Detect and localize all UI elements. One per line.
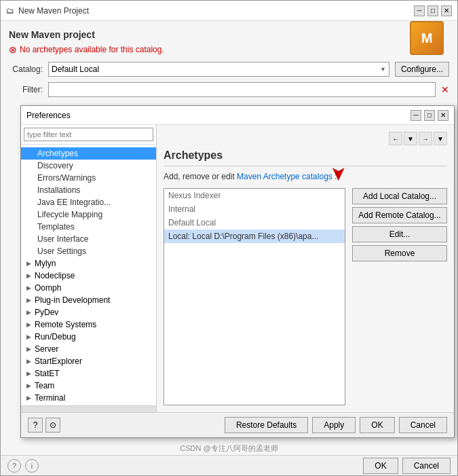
prefs-dialog: Preferences ─ □ ✕ Archetypes Discovery E…	[20, 105, 455, 438]
maven-ok-button[interactable]: OK	[363, 458, 398, 474]
prefs-minimize-button[interactable]: ─	[411, 110, 421, 121]
add-remote-catalog-button[interactable]: Add Remote Catalog...	[352, 207, 447, 223]
sidebar-item-user-interface[interactable]: User Interface	[21, 233, 156, 245]
sidebar-section-mylyn[interactable]: ▶ Mylyn	[21, 257, 156, 270]
sidebar-section-pydev-label: PyDev	[35, 308, 58, 317]
forward-dropdown-button[interactable]: ▼	[404, 132, 417, 145]
sidebar-item-java-ee[interactable]: Java EE Integratio...	[21, 196, 156, 208]
sidebar-item-archetypes[interactable]: Archetypes	[21, 147, 156, 160]
sidebar-section-remote-label: Remote Systems	[35, 320, 96, 329]
sidebar-section-terminal[interactable]: ▶ Terminal	[21, 392, 156, 404]
maven-body: New Maven project M ⊗ No archetypes avai…	[1, 21, 457, 111]
configure-button[interactable]: Configure...	[395, 62, 449, 77]
sidebar-section-statet-label: StatET	[35, 369, 60, 378]
remove-catalog-button[interactable]: Remove	[352, 245, 447, 261]
expand-icon: ▶	[26, 370, 33, 377]
prefs-bottom-right: Restore Defaults Apply OK Cancel	[225, 417, 447, 433]
sidebar-section-run-label: Run/Debug	[35, 332, 76, 342]
prefs-toolbar: ← ▼ → ▼	[164, 132, 447, 145]
maven-window-icon: 🗂	[6, 6, 14, 16]
prefs-titlebar: Preferences ─ □ ✕	[21, 106, 454, 125]
sidebar-section-statet[interactable]: ▶ StatET	[21, 367, 156, 380]
prefs-bottom-left: ? ⊙	[28, 418, 60, 433]
minimize-button[interactable]: ─	[414, 5, 425, 16]
catalog-combo-arrow: ▼	[380, 66, 386, 73]
expand-icon: ▶	[26, 395, 33, 401]
expand-icon: ▶	[26, 333, 33, 340]
expand-icon: ▶	[26, 285, 33, 291]
sidebar-section-oomph[interactable]: ▶ Oomph	[21, 282, 156, 294]
prefs-content: Archetypes Discovery Errors/Warnings Ins…	[21, 125, 454, 412]
catalog-internal[interactable]: Internal	[164, 202, 345, 216]
catalog-nexus-indexer[interactable]: Nexus Indexer	[164, 189, 345, 202]
prefs-bottom-bar: ? ⊙ Restore Defaults Apply OK Cancel	[21, 412, 454, 437]
sidebar-item-installations[interactable]: Installations	[21, 184, 156, 196]
back-button[interactable]: ←	[389, 132, 402, 145]
sidebar-item-errors-warnings[interactable]: Errors/Warnings	[21, 172, 156, 184]
maven-bottom-buttons: OK Cancel	[363, 458, 451, 474]
expand-icon: ▶	[26, 309, 33, 316]
expand-icon: ▶	[26, 321, 33, 328]
prefs-tree: Archetypes Discovery Errors/Warnings Ins…	[21, 145, 156, 405]
panel-desc-text: Add, remove or edit	[164, 172, 235, 181]
help-icon[interactable]: ?	[7, 459, 21, 473]
edit-catalog-button[interactable]: Edit...	[352, 226, 447, 242]
prefs-close-button[interactable]: ✕	[438, 110, 449, 121]
forward-button[interactable]: →	[419, 132, 432, 145]
sidebar-section-team-label: Team	[35, 381, 54, 390]
filter-input[interactable]	[48, 82, 436, 97]
panel-link[interactable]: Maven Archetype catalogs	[237, 172, 332, 181]
panel-body: Nexus Indexer Internal Default Local Loc…	[164, 188, 447, 405]
prefs-main: ← ▼ → ▼ Archetypes Add, remove or edit M…	[157, 125, 454, 412]
catalog-value: Default Local	[52, 65, 99, 74]
maven-bottom-bar: ? i OK Cancel	[1, 455, 457, 475]
sidebar-item-templates[interactable]: Templates	[21, 221, 156, 233]
red-arrow-indicator: ➤	[328, 166, 350, 181]
sidebar-scrollbar[interactable]	[21, 405, 156, 412]
sidebar-section-startexplorer[interactable]: ▶ StartExplorer	[21, 355, 156, 367]
catalog-label: Catalog:	[9, 65, 43, 74]
sidebar-section-remote-systems[interactable]: ▶ Remote Systems	[21, 318, 156, 331]
prefs-titlebar-icons: ─ □ ✕	[411, 110, 449, 121]
catalog-local-path[interactable]: Local: Local D:\Program Files (x86)\apa.…	[164, 230, 345, 243]
catalog-default-local[interactable]: Default Local	[164, 216, 345, 230]
expand-icon: ▶	[26, 297, 33, 304]
catalog-row: Catalog: Default Local ▼ Configure...	[9, 62, 449, 77]
prefs-info-icon[interactable]: ⊙	[45, 418, 60, 433]
sidebar-section-team[interactable]: ▶ Team	[21, 380, 156, 392]
info-icon[interactable]: i	[25, 459, 39, 473]
prefs-title: Preferences	[26, 111, 71, 120]
sidebar-section-terminal-label: Terminal	[35, 393, 65, 403]
sidebar-item-lifecycle-mapping[interactable]: Lifecycle Mapping	[21, 208, 156, 221]
sidebar-section-run-debug[interactable]: ▶ Run/Debug	[21, 331, 156, 343]
sidebar-item-user-settings[interactable]: User Settings	[21, 245, 156, 257]
sidebar-item-discovery[interactable]: Discovery	[21, 160, 156, 172]
catalog-list[interactable]: Nexus Indexer Internal Default Local Loc…	[164, 188, 345, 405]
close-button[interactable]: ✕	[441, 5, 452, 16]
add-local-catalog-button[interactable]: Add Local Catalog...	[352, 188, 447, 204]
maven-heading: New Maven project	[9, 29, 449, 40]
apply-button[interactable]: Apply	[312, 417, 356, 433]
cancel-button[interactable]: Cancel	[399, 417, 447, 433]
menu-dropdown-button[interactable]: ▼	[434, 132, 447, 145]
maven-window-title: New Maven Project	[18, 6, 89, 16]
sidebar-section-nodeclipse[interactable]: ▶ Nodeclipse	[21, 270, 156, 282]
ok-button[interactable]: OK	[360, 417, 394, 433]
watermark: CSDN @专注八阿哥的孟老师	[1, 443, 457, 454]
restore-defaults-button[interactable]: Restore Defaults	[225, 417, 308, 433]
prefs-filter-input[interactable]	[24, 128, 153, 141]
sidebar-section-pydev[interactable]: ▶ PyDev	[21, 306, 156, 318]
catalog-combo[interactable]: Default Local ▼	[48, 62, 389, 77]
filter-clear-icon[interactable]: ✕	[441, 84, 449, 95]
sidebar-section-server[interactable]: ▶ Server	[21, 343, 156, 355]
maven-titlebar-icons: ─ □ ✕	[414, 5, 452, 16]
prefs-help-icon[interactable]: ?	[28, 418, 43, 433]
sidebar-section-plugin-dev[interactable]: ▶ Plug-in Development	[21, 294, 156, 306]
error-icon: ⊗	[9, 44, 17, 55]
expand-icon: ▶	[26, 272, 33, 279]
prefs-maximize-button[interactable]: □	[424, 110, 435, 121]
catalog-action-buttons: Add Local Catalog... Add Remote Catalog.…	[352, 188, 447, 405]
maven-cancel-button[interactable]: Cancel	[402, 458, 451, 474]
sidebar-section-startexplorer-label: StartExplorer	[35, 356, 82, 366]
maximize-button[interactable]: □	[427, 5, 438, 16]
